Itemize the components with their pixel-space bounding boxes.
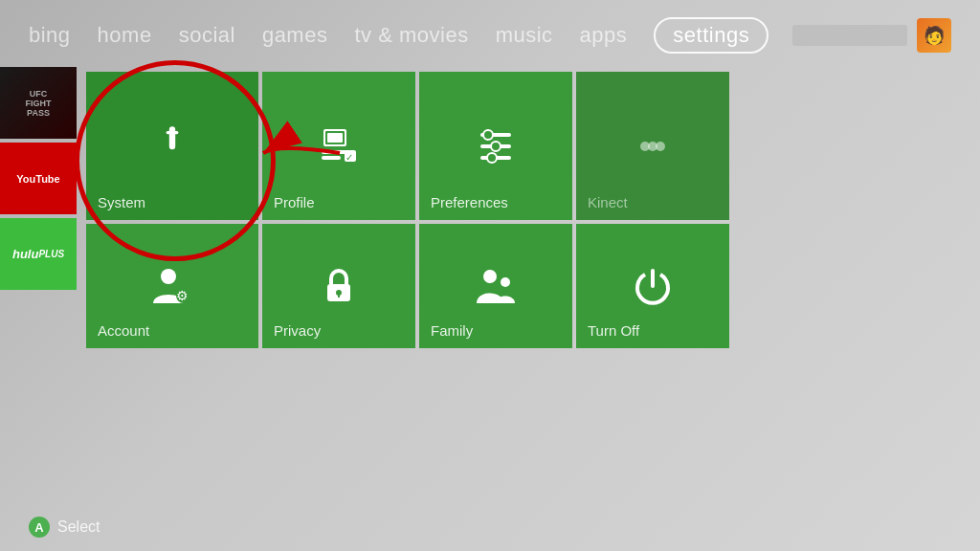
avatar: 🧑	[917, 18, 951, 53]
svg-rect-24	[338, 293, 340, 298]
left-sidebar: UFC FIGHT PASS YouTube hulu PLUS	[0, 67, 81, 290]
svg-point-19	[161, 269, 176, 284]
account-icon: ⚙	[149, 263, 195, 309]
svg-point-5	[331, 134, 339, 142]
svg-point-14	[491, 142, 501, 151]
svg-point-15	[487, 153, 497, 163]
svg-point-18	[656, 142, 665, 151]
nav-settings[interactable]: settings	[654, 17, 768, 54]
nav-tv-movies[interactable]: tv & movies	[354, 23, 468, 48]
top-nav: bing home social games tv & movies music…	[0, 0, 980, 54]
sidebar-hulu[interactable]: hulu PLUS	[0, 218, 77, 290]
nav-social[interactable]: social	[179, 23, 235, 48]
privacy-icon	[316, 263, 362, 309]
preferences-icon	[473, 123, 519, 169]
top-right-area: 🧑	[792, 18, 951, 53]
nav-home[interactable]: home	[98, 23, 152, 48]
nav-apps[interactable]: apps	[580, 23, 628, 48]
svg-point-25	[483, 270, 497, 283]
svg-text:✓: ✓	[345, 152, 353, 163]
tile-system[interactable]: System	[86, 72, 258, 220]
a-button: A	[29, 517, 50, 538]
hint-label: Select	[57, 518, 100, 536]
svg-rect-6	[322, 150, 348, 154]
svg-rect-0	[169, 126, 175, 149]
kinect-label: Kinect	[588, 194, 628, 210]
svg-text:⚙: ⚙	[176, 288, 189, 303]
tile-preferences[interactable]: Preferences	[419, 72, 572, 220]
sidebar-youtube[interactable]: YouTube	[0, 143, 77, 214]
account-label: Account	[98, 322, 149, 339]
nav-bing[interactable]: bing	[29, 23, 71, 48]
turnoff-label: Turn Off	[588, 322, 639, 339]
family-icon	[473, 263, 519, 309]
tile-privacy[interactable]: Privacy	[262, 224, 415, 348]
search-bar[interactable]	[792, 25, 907, 46]
bottom-hint: A Select	[29, 517, 100, 538]
main-area: System ✓ Profile	[86, 72, 961, 503]
settings-grid: System ✓ Profile	[86, 72, 961, 348]
family-label: Family	[431, 322, 473, 339]
svg-point-26	[501, 277, 510, 287]
turnoff-icon	[630, 263, 676, 309]
tile-turnoff[interactable]: Turn Off	[576, 224, 729, 348]
sidebar-ufc[interactable]: UFC FIGHT PASS	[0, 67, 77, 139]
nav-items: bing home social games tv & movies music…	[29, 17, 768, 54]
svg-rect-1	[167, 131, 179, 134]
system-icon	[149, 123, 195, 169]
svg-point-13	[483, 130, 493, 140]
privacy-label: Privacy	[274, 322, 321, 339]
tile-profile[interactable]: ✓ Profile	[262, 72, 415, 220]
nav-games[interactable]: games	[262, 23, 328, 48]
svg-rect-7	[322, 156, 341, 160]
tile-kinect[interactable]: Kinect	[576, 72, 729, 220]
profile-icon: ✓	[316, 123, 362, 169]
preferences-label: Preferences	[431, 194, 508, 210]
kinect-icon	[630, 123, 676, 169]
nav-music[interactable]: music	[496, 23, 553, 48]
tile-account[interactable]: ⚙ Account	[86, 224, 258, 348]
tile-family[interactable]: Family	[419, 224, 572, 348]
system-label: System	[98, 194, 145, 210]
profile-label: Profile	[274, 194, 315, 210]
